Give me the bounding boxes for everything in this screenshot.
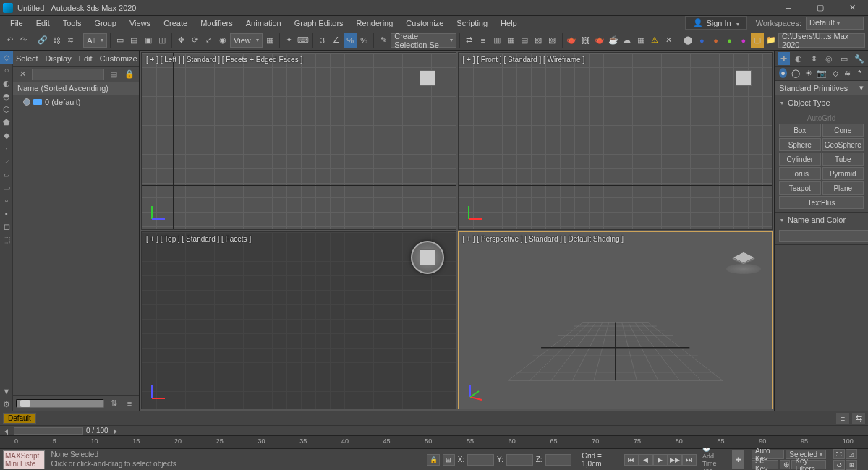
btn-torus[interactable]: Torus: [779, 167, 821, 180]
warning-icon[interactable]: ⚠: [648, 33, 661, 48]
sphere-render-icon[interactable]: ⬤: [681, 33, 694, 48]
nav-orbit-icon[interactable]: ⭯: [833, 460, 845, 470]
vp-left-label[interactable]: [ + ] [ Left ] [ Standard ] [ Facets + E…: [146, 56, 302, 64]
se-row-default[interactable]: 0 (default): [13, 97, 139, 107]
menu-customize[interactable]: Customize: [400, 17, 449, 29]
angle-snap-button[interactable]: ∠: [330, 33, 343, 48]
big-key-button[interactable]: ✚: [732, 450, 744, 469]
tab-hierarchy-icon[interactable]: ⬍: [808, 52, 820, 65]
menu-group[interactable]: Group: [88, 17, 122, 29]
tab-create-icon[interactable]: ✚: [778, 52, 790, 65]
se-menu-edit[interactable]: Edit: [79, 54, 93, 63]
btn-teapot[interactable]: Teapot: [779, 181, 821, 195]
menu-file[interactable]: File: [4, 17, 29, 29]
render-iray-button[interactable]: ▦: [634, 33, 647, 48]
lt-misc5-icon[interactable]: ⬚: [0, 233, 13, 246]
layer-explorer-button[interactable]: ▥: [490, 33, 503, 48]
keyboard-button[interactable]: ⌨: [297, 33, 310, 48]
orange-dot-icon[interactable]: ●: [709, 33, 722, 48]
blue-dot-icon[interactable]: ●: [695, 33, 708, 48]
viewcube-left[interactable]: [411, 61, 444, 95]
move-button[interactable]: ✥: [175, 33, 188, 48]
sub-lights-icon[interactable]: ☀: [804, 68, 812, 78]
sub-spacewarps-icon[interactable]: ≋: [843, 68, 851, 78]
scale-button[interactable]: ⤢: [203, 33, 216, 48]
se-foot-sort-icon[interactable]: ⇅: [107, 397, 120, 410]
placement-button[interactable]: ◉: [216, 33, 229, 48]
object-name-input[interactable]: [779, 230, 868, 242]
manipulate-button[interactable]: ✦: [283, 33, 296, 48]
lt-geometry-icon[interactable]: ◇: [0, 51, 13, 64]
btn-tube[interactable]: Tube: [822, 153, 864, 166]
setkey-button[interactable]: Set Key: [752, 460, 779, 469]
category-dropdown[interactable]: Standard Primitives ▾: [775, 81, 868, 95]
curve-editor-button[interactable]: ▤: [518, 33, 531, 48]
window-crossing-button[interactable]: ◫: [156, 33, 169, 48]
pivot-button[interactable]: ▦: [263, 33, 276, 48]
menu-tools[interactable]: Tools: [57, 17, 88, 29]
render-setup-button[interactable]: 🫖: [565, 33, 578, 48]
lt-misc3-icon[interactable]: ▪: [0, 207, 13, 220]
select-name-button[interactable]: ▤: [127, 33, 140, 48]
se-tree[interactable]: 0 (default): [13, 95, 139, 395]
vp-persp-label[interactable]: [ + ] [ Perspective ] [ Standard ] [ Def…: [463, 235, 624, 243]
x-input[interactable]: [467, 454, 494, 466]
align-button[interactable]: ≡: [477, 33, 490, 48]
rollout-name-color-header[interactable]: Name and Color: [775, 213, 868, 227]
sub-cameras-icon[interactable]: 📷: [817, 68, 827, 78]
named-selection-dropdown[interactable]: Create Selection Se: [391, 33, 456, 48]
render-button[interactable]: 🫖: [593, 33, 606, 48]
select-region-button[interactable]: ▣: [142, 33, 155, 48]
lt-bone-icon[interactable]: ⟋: [0, 155, 13, 168]
viewport-perspective[interactable]: [ + ] [ Perspective ] [ Standard ] [ Def…: [458, 231, 773, 409]
rollout-object-type-header[interactable]: Object Type: [775, 95, 868, 110]
percent-snap-button[interactable]: %: [344, 33, 357, 48]
lt-misc1-icon[interactable]: ▭: [0, 181, 13, 194]
viewport-front[interactable]: [ + ] [ Front ] [ Standard ] [ Wireframe…: [458, 52, 773, 230]
nav-zoomext-icon[interactable]: ⛶: [833, 449, 845, 459]
time-tag-label[interactable]: Add Time Tag: [702, 453, 726, 470]
lt-spacewarps-icon[interactable]: ⬟: [0, 116, 13, 129]
selection-filter-dropdown[interactable]: All: [83, 33, 107, 48]
btn-textplus[interactable]: TextPlus: [779, 196, 864, 209]
maxscript-listener[interactable]: MAXScript Mini Liste: [3, 450, 45, 469]
render-preset-button[interactable]: ☕: [607, 33, 620, 48]
menu-help[interactable]: Help: [495, 17, 523, 29]
lt-misc2-icon[interactable]: ▫: [0, 194, 13, 207]
lt-filter-icon[interactable]: ▼: [0, 385, 13, 398]
se-menu-select[interactable]: Select: [16, 54, 38, 63]
sub-geometry-icon[interactable]: ●: [779, 68, 787, 78]
maximize-button[interactable]: ▢: [804, 0, 836, 16]
menu-animation[interactable]: Animation: [240, 17, 287, 29]
track-btn-1[interactable]: ≡: [836, 413, 849, 424]
spinner-snap-button[interactable]: %: [357, 33, 370, 48]
undo-button[interactable]: ↶: [3, 33, 16, 48]
viewcube-perspective[interactable]: [727, 241, 760, 274]
tab-modify-icon[interactable]: ◐: [793, 52, 805, 65]
tab-utilities-icon[interactable]: 🔧: [853, 52, 865, 65]
btn-cone[interactable]: Cone: [822, 124, 864, 137]
mirror-button[interactable]: ⇄: [463, 33, 476, 48]
setkey-key-icon[interactable]: ⊕: [780, 460, 790, 469]
btn-plane[interactable]: Plane: [822, 181, 864, 195]
workspaces-dropdown[interactable]: Default: [806, 17, 864, 30]
next-frame-button[interactable]: ▶▶: [668, 454, 682, 466]
menu-rendering[interactable]: Rendering: [351, 17, 399, 29]
se-menu-display[interactable]: Display: [46, 54, 72, 63]
link-button[interactable]: 🔗: [36, 33, 49, 48]
se-column-header[interactable]: Name (Sorted Ascending): [13, 82, 139, 95]
minimize-button[interactable]: ─: [773, 0, 804, 16]
lt-cameras-icon[interactable]: ◓: [0, 90, 13, 103]
goto-start-button[interactable]: ⏮: [624, 454, 639, 466]
schematic-view-button[interactable]: ▧: [532, 33, 545, 48]
menu-edit[interactable]: Edit: [30, 17, 56, 29]
select-object-button[interactable]: ▭: [114, 33, 127, 48]
viewcube-top[interactable]: [411, 241, 444, 274]
y-input[interactable]: [506, 454, 533, 466]
nav-fov-icon[interactable]: ◿: [846, 449, 857, 459]
vp-front-label[interactable]: [ + ] [ Front ] [ Standard ] [ Wireframe…: [463, 56, 585, 64]
btn-geosphere[interactable]: GeoSphere: [822, 138, 864, 151]
render-cloud-button[interactable]: ☁: [621, 33, 634, 48]
keyfilters-button[interactable]: Key Filters...: [791, 460, 826, 469]
sub-shapes-icon[interactable]: ◯: [791, 68, 800, 78]
